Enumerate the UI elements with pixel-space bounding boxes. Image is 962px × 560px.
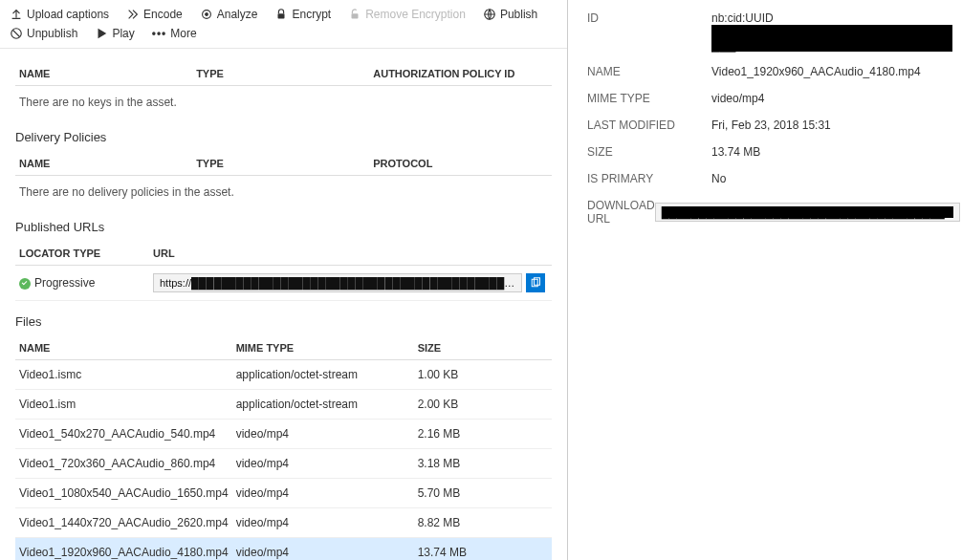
detail-isprimary-value: No — [711, 172, 952, 185]
keys-header-type: TYPE — [192, 62, 369, 86]
table-row[interactable]: Video1_1920x960_AACAudio_4180.mp4video/m… — [15, 538, 552, 561]
detail-lastmod: LAST MODIFIED Fri, Feb 23, 2018 15:31 — [587, 118, 952, 132]
published-table: LOCATOR TYPE URL Progressivehttps://████… — [15, 242, 552, 301]
files-header-mime: MIME TYPE — [232, 336, 414, 360]
file-name-cell: Video1_1920x960_AACAudio_4180.mp4 — [15, 538, 232, 561]
upload-captions-label: Upload captions — [27, 8, 109, 21]
publish-label: Publish — [500, 8, 537, 21]
table-row[interactable]: Video1.ismcapplication/octet-stream1.00 … — [15, 360, 552, 390]
detail-isprimary-label: IS PRIMARY — [587, 172, 711, 185]
delivery-title: Delivery Policies — [15, 130, 552, 144]
files-header-name: NAME — [15, 336, 232, 360]
more-button[interactable]: ••• More — [144, 25, 205, 42]
play-label: Play — [112, 27, 134, 40]
file-mime-cell: video/mp4 — [232, 420, 414, 449]
remove-encryption-button: Remove Encryption — [340, 6, 473, 23]
more-label: More — [170, 27, 196, 40]
file-size-cell: 1.00 KB — [414, 360, 552, 390]
detail-mime: MIME TYPE video/mp4 — [587, 92, 952, 105]
detail-name-value: Video1_1920x960_AACAudio_4180.mp4 — [711, 65, 952, 78]
published-section: Published URLs LOCATOR TYPE URL Progress… — [0, 206, 567, 301]
toolbar: Upload captions Encode Analyze Encrypt R… — [0, 0, 567, 49]
detail-downloadurl: DOWNLOAD URL ███████████████████████████… — [587, 199, 952, 226]
play-button[interactable]: Play — [87, 25, 142, 42]
analyze-icon — [200, 8, 213, 21]
play-icon — [95, 27, 108, 40]
copy-icon — [530, 277, 541, 289]
file-name-cell: Video1.ism — [15, 390, 232, 420]
detail-lastmod-label: LAST MODIFIED — [587, 118, 711, 132]
publish-icon — [483, 8, 496, 21]
delivery-header-type: TYPE — [192, 152, 369, 176]
encode-icon — [126, 8, 140, 21]
svg-rect-3 — [352, 13, 359, 18]
upload-icon — [10, 8, 23, 21]
encrypt-label: Encrypt — [292, 8, 331, 21]
file-name-cell: Video1_1440x720_AACAudio_2620.mp4 — [15, 508, 232, 538]
table-row[interactable]: Video1_1080x540_AACAudio_1650.mp4video/m… — [15, 479, 552, 508]
file-name-cell: Video1_540x270_AACAudio_540.mp4 — [15, 420, 232, 449]
detail-id-value: nb:cid:UUID█████████████████████████████… — [711, 11, 952, 52]
publish-button[interactable]: Publish — [475, 6, 545, 23]
detail-name: NAME Video1_1920x960_AACAudio_4180.mp4 — [587, 65, 952, 78]
files-title: Files — [15, 314, 552, 329]
encrypt-button[interactable]: Encrypt — [267, 6, 339, 23]
table-row[interactable]: Video1.ismapplication/octet-stream2.00 K… — [15, 390, 552, 420]
file-mime-cell: video/mp4 — [232, 479, 414, 508]
detail-id-label: ID — [587, 11, 711, 52]
table-row[interactable]: Video1_720x360_AACAudio_860.mp4video/mp4… — [15, 449, 552, 479]
file-size-cell: 8.82 MB — [414, 508, 552, 538]
unlock-icon — [348, 8, 361, 21]
file-size-cell: 2.16 MB — [414, 420, 552, 449]
delivery-section: Delivery Policies NAME TYPE PROTOCOL The… — [0, 117, 567, 206]
detail-id: ID nb:cid:UUID██████████████████████████… — [587, 11, 952, 52]
detail-size-label: SIZE — [587, 145, 711, 159]
delivery-table: NAME TYPE PROTOCOL There are no delivery… — [15, 152, 552, 206]
encode-label: Encode — [143, 8, 183, 21]
upload-captions-button[interactable]: Upload captions — [2, 6, 117, 23]
details-panel: ID nb:cid:UUID██████████████████████████… — [568, 0, 962, 560]
url-cell: https://████████████████████████████████… — [149, 266, 552, 301]
delivery-empty-message: There are no delivery policies in the as… — [15, 176, 552, 207]
file-mime-cell: application/octet-stream — [232, 360, 414, 390]
left-panel: Upload captions Encode Analyze Encrypt R… — [0, 0, 568, 560]
detail-lastmod-value: Fri, Feb 23, 2018 15:31 — [711, 118, 952, 132]
detail-mime-label: MIME TYPE — [587, 92, 711, 105]
keys-header-auth: AUTHORIZATION POLICY ID — [369, 62, 552, 86]
download-url-input[interactable]: ██████████████████████████████████████..… — [655, 203, 960, 222]
svg-rect-2 — [278, 13, 285, 18]
detail-size: SIZE 13.74 MB — [587, 145, 952, 159]
detail-isprimary: IS PRIMARY No — [587, 172, 952, 185]
file-size-cell: 5.70 MB — [414, 479, 552, 508]
keys-empty-message: There are no keys in the asset. — [15, 86, 552, 118]
locator-type-cell: Progressive — [15, 266, 149, 301]
files-table: NAME MIME TYPE SIZE Video1.ismcapplicati… — [15, 336, 552, 560]
file-mime-cell: video/mp4 — [232, 508, 414, 538]
published-url-input[interactable]: https://████████████████████████████████… — [153, 273, 522, 292]
file-mime-cell: application/octet-stream — [232, 390, 414, 420]
published-header-locator: LOCATOR TYPE — [15, 242, 149, 266]
detail-name-label: NAME — [587, 65, 711, 78]
published-row: Progressivehttps://█████████████████████… — [15, 266, 552, 301]
published-header-url: URL — [149, 242, 552, 266]
table-row[interactable]: Video1_540x270_AACAudio_540.mp4video/mp4… — [15, 420, 552, 449]
encode-button[interactable]: Encode — [119, 6, 190, 23]
published-title: Published URLs — [15, 220, 552, 234]
keys-section: NAME TYPE AUTHORIZATION POLICY ID There … — [0, 49, 567, 117]
copy-url-button[interactable] — [526, 273, 545, 292]
table-row[interactable]: Video1_1440x720_AACAudio_2620.mp4video/m… — [15, 508, 552, 538]
file-size-cell: 3.18 MB — [414, 449, 552, 479]
delivery-header-protocol: PROTOCOL — [369, 152, 552, 176]
file-mime-cell: video/mp4 — [232, 449, 414, 479]
file-mime-cell: video/mp4 — [232, 538, 414, 561]
file-size-cell: 2.00 KB — [414, 390, 552, 420]
remove-encryption-label: Remove Encryption — [365, 8, 466, 21]
files-header-size: SIZE — [414, 336, 552, 360]
file-name-cell: Video1_720x360_AACAudio_860.mp4 — [15, 449, 232, 479]
file-name-cell: Video1.ismc — [15, 360, 232, 390]
lock-icon — [274, 8, 288, 21]
unpublish-button[interactable]: Unpublish — [2, 25, 85, 42]
delivery-header-name: NAME — [15, 152, 192, 176]
analyze-button[interactable]: Analyze — [192, 6, 266, 23]
file-name-cell: Video1_1080x540_AACAudio_1650.mp4 — [15, 479, 232, 508]
